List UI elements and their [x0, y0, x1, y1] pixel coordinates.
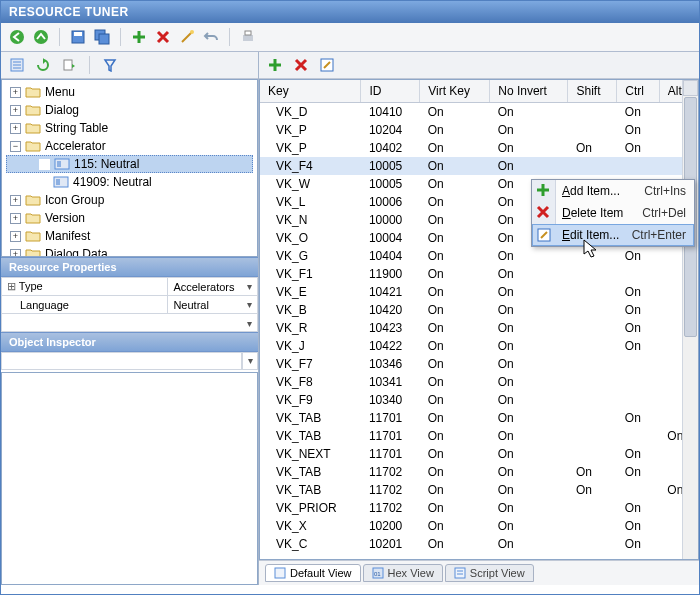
menu-item[interactable]: Add Item...Ctrl+Ins — [532, 180, 694, 202]
column-header[interactable]: No Invert — [490, 80, 568, 103]
svg-rect-7 — [243, 35, 253, 41]
resource-properties[interactable]: ⊞ Type Accelerators▾ Language Neutral▾ ▾ — [1, 277, 258, 332]
column-header[interactable]: ID — [361, 80, 420, 103]
disks-button[interactable] — [92, 27, 112, 47]
cell: On — [420, 517, 490, 535]
table-row[interactable]: VK_NEXT11701OnOnOn — [260, 445, 698, 463]
table-row[interactable]: VK_F910340OnOn — [260, 391, 698, 409]
expander-icon[interactable] — [38, 177, 49, 188]
table-row[interactable]: VK_C10201OnOnOn — [260, 535, 698, 553]
filter-icon[interactable] — [100, 55, 120, 75]
table-row[interactable]: VK_TAB11702OnOnOnOn — [260, 481, 698, 499]
table-row[interactable]: VK_E10421OnOnOn — [260, 283, 698, 301]
cell: On — [617, 103, 659, 121]
table-row[interactable]: VK_PRIOR11702OnOnOn — [260, 499, 698, 517]
chevron-down-icon[interactable]: ▾ — [247, 299, 252, 310]
tab-default-view[interactable]: Default View — [265, 564, 361, 582]
cell: On — [617, 409, 659, 427]
expander-icon[interactable]: + — [10, 195, 21, 206]
cell: On — [617, 535, 659, 553]
table-row[interactable]: VK_TAB11701OnOnOn — [260, 409, 698, 427]
add-item-button[interactable] — [265, 55, 285, 75]
tree-node[interactable]: +String Table — [6, 119, 253, 137]
cell — [617, 265, 659, 283]
tree-view-icon[interactable] — [7, 55, 27, 75]
menu-item[interactable]: Delete ItemCtrl+Del — [532, 202, 694, 224]
up-button[interactable] — [31, 27, 51, 47]
edit-item-button[interactable] — [317, 55, 337, 75]
back-button[interactable] — [7, 27, 27, 47]
column-header[interactable]: Virt Key — [420, 80, 490, 103]
resource-tree[interactable]: +Menu+Dialog+String Table−Accelerator115… — [1, 79, 258, 257]
tree-node[interactable]: 115: Neutral — [6, 155, 253, 173]
chevron-down-icon[interactable]: ▾ — [247, 281, 252, 292]
scroll-up-icon[interactable] — [683, 80, 698, 96]
expander-icon[interactable]: + — [10, 105, 21, 116]
table-row[interactable]: VK_TAB11702OnOnOnOn — [260, 463, 698, 481]
tree-node[interactable]: +Manifest — [6, 227, 253, 245]
wand-button[interactable] — [177, 27, 197, 47]
print-button[interactable] — [238, 27, 258, 47]
tree-node[interactable]: +Dialog Data — [6, 245, 253, 257]
cell: On — [420, 337, 490, 355]
tab-script-view[interactable]: Script View — [445, 564, 534, 582]
cell: 10422 — [361, 337, 420, 355]
accelerator-grid-wrap: KeyIDVirt KeyNo InvertShiftCtrlAlt VK_D1… — [259, 79, 699, 560]
table-row[interactable]: VK_R10423OnOnOn — [260, 319, 698, 337]
chevron-down-icon[interactable]: ▾ — [248, 355, 253, 366]
svg-rect-16 — [275, 568, 285, 578]
cell: VK_N — [260, 211, 361, 229]
expander-icon[interactable]: + — [10, 249, 21, 258]
table-row[interactable]: VK_B10420OnOnOn — [260, 301, 698, 319]
vertical-scrollbar[interactable] — [682, 80, 698, 559]
expander-icon[interactable]: + — [10, 213, 21, 224]
table-row[interactable]: VK_D10410OnOnOn — [260, 103, 698, 121]
expander-icon[interactable]: + — [10, 231, 21, 242]
table-row[interactable]: VK_F111900OnOn — [260, 265, 698, 283]
export-icon[interactable] — [59, 55, 79, 75]
tree-node[interactable]: 41909: Neutral — [6, 173, 253, 191]
cell — [568, 517, 617, 535]
tree-node[interactable]: +Version — [6, 209, 253, 227]
cell — [617, 427, 659, 445]
tree-node[interactable]: +Menu — [6, 83, 253, 101]
context-menu[interactable]: Add Item...Ctrl+InsDelete ItemCtrl+DelEd… — [531, 179, 695, 247]
disk-button[interactable] — [68, 27, 88, 47]
menu-item[interactable]: Edit Item...Ctrl+Enter — [532, 224, 694, 246]
expander-icon[interactable]: + — [10, 87, 21, 98]
table-row[interactable]: VK_G10404OnOnOn — [260, 247, 698, 265]
expander-icon[interactable]: + — [10, 123, 21, 134]
delete-button[interactable] — [153, 27, 173, 47]
cell: On — [568, 139, 617, 157]
table-row[interactable]: VK_J10422OnOnOn — [260, 337, 698, 355]
delete-item-button[interactable] — [291, 55, 311, 75]
table-row[interactable]: VK_X10200OnOnOn — [260, 517, 698, 535]
undo-button[interactable] — [201, 27, 221, 47]
table-row[interactable]: VK_F810341OnOn — [260, 373, 698, 391]
column-header[interactable]: Shift — [568, 80, 617, 103]
tree-node[interactable]: −Accelerator — [6, 137, 253, 155]
table-row[interactable]: VK_F710346OnOn — [260, 355, 698, 373]
tab-hex-view[interactable]: 01Hex View — [363, 564, 443, 582]
column-header[interactable]: Ctrl — [617, 80, 659, 103]
add-button[interactable] — [129, 27, 149, 47]
table-row[interactable]: VK_F410005OnOn — [260, 157, 698, 175]
cell: 10423 — [361, 319, 420, 337]
cell: VK_J — [260, 337, 361, 355]
prop-value[interactable]: Accelerators — [173, 281, 234, 293]
table-row[interactable]: VK_P10204OnOnOn — [260, 121, 698, 139]
refresh-icon[interactable] — [33, 55, 53, 75]
accelerator-grid[interactable]: KeyIDVirt KeyNo InvertShiftCtrlAlt VK_D1… — [260, 80, 698, 553]
tree-node[interactable]: +Icon Group — [6, 191, 253, 209]
table-row[interactable]: VK_TAB11701OnOnOn — [260, 427, 698, 445]
cell: On — [490, 535, 568, 553]
column-header[interactable]: Key — [260, 80, 361, 103]
table-row[interactable]: VK_P10402OnOnOnOn — [260, 139, 698, 157]
accelerator-icon — [54, 157, 70, 171]
chevron-down-icon[interactable]: ▾ — [247, 318, 252, 329]
object-inspector[interactable] — [1, 372, 258, 585]
prop-value[interactable]: Neutral — [173, 299, 208, 311]
expander-icon[interactable]: − — [10, 141, 21, 152]
tree-node[interactable]: +Dialog — [6, 101, 253, 119]
expander-icon[interactable] — [39, 159, 50, 170]
